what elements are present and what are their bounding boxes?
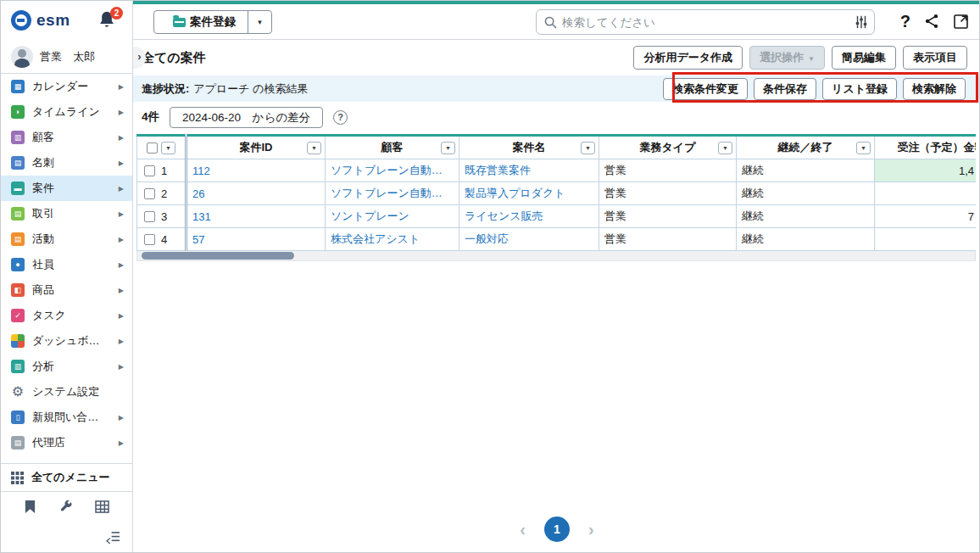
submenu-arrow-icon: ▶ — [119, 210, 124, 218]
action-button-分析用データ作成[interactable]: 分析用データ作成 — [633, 46, 743, 70]
cell-case-name: 一般対応 — [459, 228, 599, 251]
sidebar-item-label: 新規問い合… — [32, 410, 111, 425]
diff-help-icon[interactable]: ? — [333, 110, 348, 125]
sidebar-item-all-menu[interactable]: 全てのメニュー — [1, 463, 132, 491]
help-icon[interactable]: ? — [900, 12, 910, 31]
folder-icon — [173, 18, 186, 27]
cell-case-id-link[interactable]: 131 — [192, 210, 211, 223]
filter-value: アプローチ の検索結果 — [193, 81, 308, 97]
cell-case-name-link[interactable]: 製品導入プロダクト — [465, 187, 565, 199]
title-row: › 全ての案件 分析用データ作成選択操作▼簡易編集表示項目 — [133, 40, 980, 75]
sidebar-item-label: 社員 — [32, 257, 111, 272]
column-header-案件名: 案件名▼ — [459, 136, 599, 159]
sidebar-item-label: タイムライン — [32, 104, 111, 120]
cell-customer: 株式会社アシスト — [326, 228, 459, 251]
cell-business-type: 営業 — [599, 159, 737, 182]
row-checkbox[interactable] — [144, 234, 155, 245]
submenu-arrow-icon: ▶ — [119, 338, 124, 345]
select-menu-caret[interactable]: ▼ — [161, 142, 175, 154]
table-row: 226ソフトブレーン自動…製品導入プロダクト営業継続 — [137, 182, 977, 205]
filter-button-検索解除[interactable]: 検索解除 — [903, 78, 966, 100]
sidebar-item-customer[interactable]: ▥顧客▶ — [1, 125, 132, 150]
bookmark-icon[interactable] — [24, 500, 36, 514]
sidebar-item-settings[interactable]: ⚙システム設定 — [1, 379, 132, 405]
column-header-label: 受注（予定）金額 — [898, 141, 977, 154]
sidebar-item-label: 活動 — [32, 232, 111, 247]
sidebar-item-calendar[interactable]: ▦カレンダー▶ — [1, 74, 132, 99]
cell-case-name-link[interactable]: ライセンス販売 — [465, 209, 543, 222]
select-all-checkbox[interactable] — [147, 142, 158, 154]
register-case-label: 案件登録 — [190, 14, 236, 30]
horizontal-scrollbar[interactable] — [136, 251, 976, 261]
cell-case-id-link[interactable]: 112 — [192, 165, 210, 177]
prev-page-button[interactable]: ‹ — [520, 521, 526, 538]
cell-case-id-link[interactable]: 57 — [192, 233, 204, 246]
sidebar-item-business-card[interactable]: ▤名刺▶ — [1, 150, 132, 176]
notification-bell-icon[interactable]: 2 — [98, 10, 117, 31]
share-icon[interactable] — [923, 13, 940, 30]
building-icon: ▥ — [11, 131, 25, 144]
cell-case-name-link[interactable]: 一般対応 — [465, 232, 509, 245]
column-header-顧客: 顧客▼ — [326, 136, 459, 159]
calendar-icon: ▦ — [11, 80, 25, 93]
filter-button-リスト登録[interactable]: リスト登録 — [822, 78, 897, 100]
cell-case-name: ライセンス販売 — [459, 205, 599, 228]
sidebar: esm 2 営業 太郎 ▦カレンダー▶◗タイムライン▶▥顧客▶▤名刺▶▬案件▶▤… — [1, 1, 133, 552]
current-page-button[interactable]: 1 — [544, 517, 570, 542]
column-filter-caret[interactable]: ▼ — [718, 142, 732, 154]
sidebar-item-task[interactable]: ✓タスク▶ — [1, 303, 132, 328]
sidebar-item-case[interactable]: ▬案件▶ — [1, 176, 132, 201]
app-window: esm 2 営業 太郎 ▦カレンダー▶◗タイムライン▶▥顧客▶▤名刺▶▬案件▶▤… — [0, 0, 980, 553]
table-row: 3131ソントプレーンライセンス販売営業継続7 — [137, 205, 977, 228]
external-link-icon[interactable] — [953, 14, 969, 30]
user-name: 営業 太郎 — [40, 49, 95, 64]
wrench-icon[interactable] — [58, 500, 73, 514]
cell-customer: ソフトブレーン自動… — [326, 159, 459, 182]
sidebar-item-timeline[interactable]: ◗タイムライン▶ — [1, 99, 132, 125]
sidebar-item-employee[interactable]: ●社員▶ — [1, 252, 132, 277]
search-filter-icon[interactable] — [854, 14, 869, 30]
horizontal-scrollbar-thumb[interactable] — [142, 252, 294, 260]
submenu-arrow-icon: ▶ — [119, 261, 124, 269]
column-filter-caret[interactable]: ▼ — [581, 142, 595, 154]
sidebar-item-agency[interactable]: ▤代理店▶ — [1, 430, 132, 455]
cell-case-name-link[interactable]: 既存営業案件 — [465, 164, 531, 176]
column-filter-caret[interactable]: ▼ — [856, 142, 871, 154]
sidebar-item-inquiry[interactable]: ▯新規問い合…▶ — [1, 405, 132, 430]
search-input[interactable] — [562, 16, 849, 29]
sidebar-item-deal[interactable]: ▤取引▶ — [1, 201, 132, 226]
action-button-表示項目[interactable]: 表示項目 — [903, 46, 967, 70]
filter-button-条件保存[interactable]: 条件保存 — [754, 78, 816, 100]
column-filter-caret[interactable]: ▼ — [307, 142, 321, 154]
next-page-button[interactable]: › — [588, 521, 594, 538]
cell-case-id-link[interactable]: 26 — [192, 187, 204, 200]
register-case-button[interactable]: 案件登録 ▼ — [153, 10, 272, 34]
column-header-label: 業務タイプ — [640, 141, 696, 154]
row-checkbox[interactable] — [144, 188, 155, 199]
column-header-継続／終了: 継続／終了▼ — [737, 136, 875, 159]
row-checkbox[interactable] — [144, 211, 155, 222]
register-case-caret-button[interactable]: ▼ — [248, 11, 271, 33]
cell-customer-link[interactable]: 株式会社アシスト — [331, 232, 420, 245]
column-filter-caret[interactable]: ▼ — [441, 142, 455, 154]
collapse-sidebar-icon[interactable] — [106, 531, 120, 544]
sidebar-item-activity[interactable]: ▤活動▶ — [1, 226, 132, 252]
sidebar-item-analysis[interactable]: ▥分析▶ — [1, 354, 132, 379]
grid-icon — [11, 472, 24, 484]
filter-button-検索条件変更[interactable]: 検索条件変更 — [663, 78, 748, 100]
user-profile[interactable]: 営業 太郎 — [1, 40, 132, 74]
row-checkbox[interactable] — [144, 165, 155, 176]
action-button-簡易編集[interactable]: 簡易編集 — [832, 46, 896, 70]
cell-customer-link[interactable]: ソフトブレーン自動… — [331, 164, 443, 176]
column-header-label: 案件名 — [513, 141, 546, 154]
cell-customer-link[interactable]: ソフトブレーン自動… — [331, 187, 443, 199]
card-icon: ▤ — [11, 156, 25, 170]
diff-select[interactable]: 2024-06-20 からの差分 — [170, 107, 323, 128]
sidebar-item-product[interactable]: ◧商品▶ — [1, 277, 132, 303]
sidebar-item-dashboard[interactable]: ダッシュボ…▶ — [1, 328, 132, 354]
table-icon[interactable] — [95, 500, 109, 513]
cell-status: 継続 — [737, 182, 875, 205]
cell-customer-link[interactable]: ソントプレーン — [331, 209, 409, 222]
inquiry-document-icon: ▯ — [11, 411, 25, 424]
clipboard-icon: ▤ — [11, 232, 25, 246]
